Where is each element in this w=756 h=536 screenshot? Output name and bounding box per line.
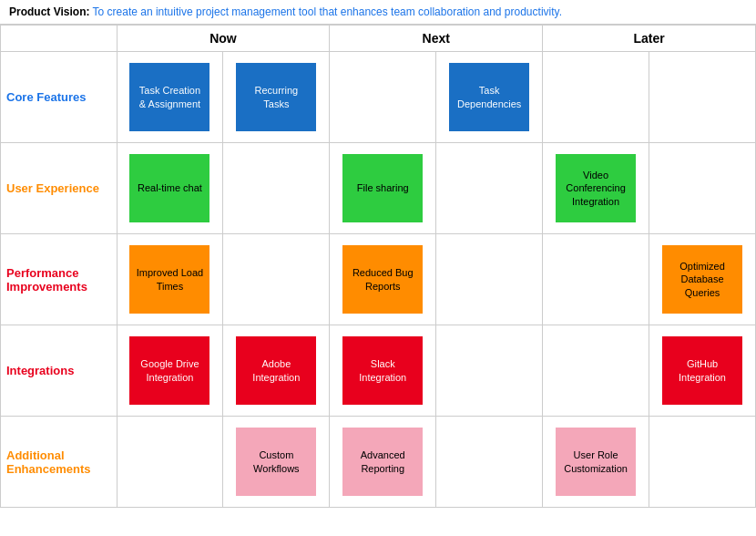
cell-3-now1: Google Drive Integration [117, 325, 223, 417]
cell-0-later1 [543, 52, 649, 143]
cell-3-later2: GitHub Integration [649, 325, 756, 417]
cell-4-next1: Advanced Reporting [330, 417, 436, 508]
cell-0-next2: Task Dependencies [436, 52, 543, 143]
card-0-now1: Task Creation & Assignment [129, 63, 209, 131]
cell-1-next2 [436, 143, 543, 234]
card-3-now1: Google Drive Integration [129, 336, 209, 405]
card-1-now1: Real-time chat [129, 154, 209, 222]
category-cell-1: User Experience [1, 143, 117, 234]
cell-4-now1 [117, 417, 223, 508]
cell-2-now2 [223, 234, 330, 325]
cell-2-next1: Reduced Bug Reports [330, 234, 436, 325]
card-4-now2: Custom Workflows [236, 428, 316, 496]
card-3-later2: GitHub Integration [662, 336, 742, 405]
cell-0-next1 [330, 52, 436, 143]
card-3-next1: Slack Integration [342, 336, 423, 405]
header-text: To create an intuitive project managemen… [89, 5, 562, 18]
category-cell-3: Integrations [1, 325, 117, 417]
cell-1-now2 [223, 143, 330, 234]
category-cell-2: Performance Improvements [1, 234, 117, 325]
card-2-next1: Reduced Bug Reports [342, 245, 423, 314]
cell-1-later2 [649, 143, 756, 234]
cell-2-next2 [436, 234, 543, 325]
cell-4-next2 [436, 417, 543, 508]
cell-4-now2: Custom Workflows [223, 417, 330, 508]
card-3-now2: Adobe Integration [236, 336, 316, 405]
cell-0-now2: Recurring Tasks [223, 52, 330, 143]
card-2-now1: Improved Load Times [129, 245, 209, 314]
empty-header [1, 26, 117, 52]
row-2: Performance ImprovementsImproved Load Ti… [1, 234, 756, 325]
card-1-later1: Video Conferencing Integration [556, 154, 636, 222]
cell-2-now1: Improved Load Times [117, 234, 223, 325]
cell-4-later2 [649, 417, 756, 508]
card-4-later1: User Role Customization [556, 428, 636, 496]
card-0-next2: Task Dependencies [449, 63, 529, 131]
category-cell-0: Core Features [1, 52, 117, 143]
cell-3-next2 [436, 325, 543, 417]
next-header: Next [330, 26, 543, 52]
cell-1-later1: Video Conferencing Integration [543, 143, 649, 234]
cell-0-now1: Task Creation & Assignment [117, 52, 223, 143]
cell-1-now1: Real-time chat [117, 143, 223, 234]
cell-4-later1: User Role Customization [543, 417, 649, 508]
cell-3-now2: Adobe Integration [223, 325, 330, 417]
card-1-next1: File sharing [342, 154, 423, 222]
now-header: Now [117, 26, 330, 52]
cell-3-next1: Slack Integration [330, 325, 436, 417]
row-3: IntegrationsGoogle Drive IntegrationAdob… [1, 325, 756, 417]
cell-3-later1 [543, 325, 649, 417]
row-1: User ExperienceReal-time chatFile sharin… [1, 143, 756, 234]
category-cell-4: Additional Enhancements [1, 417, 117, 508]
card-4-next1: Advanced Reporting [342, 428, 423, 496]
header-bold: Product Vision: [9, 5, 89, 18]
row-0: Core FeaturesTask Creation & AssignmentR… [1, 52, 756, 143]
row-4: Additional EnhancementsCustom WorkflowsA… [1, 417, 756, 508]
card-0-now2: Recurring Tasks [236, 63, 316, 131]
cell-0-later2 [649, 52, 756, 143]
cell-1-next1: File sharing [330, 143, 436, 234]
cell-2-later2: Optimized Database Queries [649, 234, 756, 325]
header: Product Vision: To create an intuitive p… [0, 0, 756, 25]
later-header: Later [543, 26, 756, 52]
card-2-later2: Optimized Database Queries [662, 245, 742, 314]
cell-2-later1 [543, 234, 649, 325]
